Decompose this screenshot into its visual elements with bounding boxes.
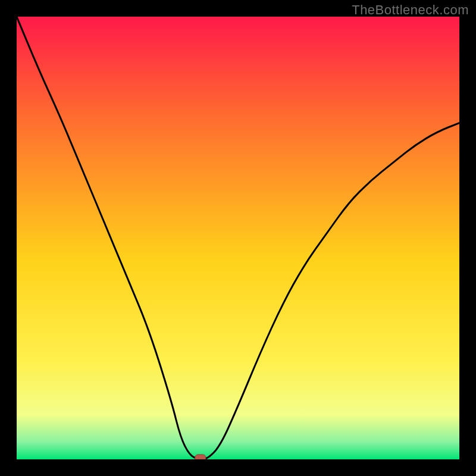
watermark-text: TheBottleneck.com (352, 2, 469, 18)
bottleneck-chart (17, 17, 459, 459)
gradient-background (17, 17, 459, 459)
optimal-point-marker (195, 455, 206, 459)
chart-frame: TheBottleneck.com (0, 0, 476, 476)
plot-area (17, 17, 459, 459)
